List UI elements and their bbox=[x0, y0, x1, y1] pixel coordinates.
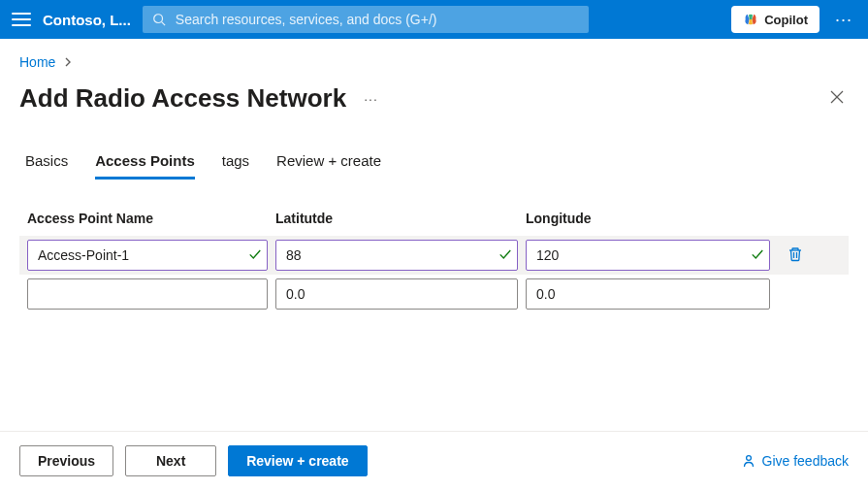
top-bar: Contoso, L... Copilot ··· bbox=[0, 0, 868, 39]
latitude-input[interactable] bbox=[275, 278, 518, 310]
next-button[interactable]: Next bbox=[125, 445, 216, 476]
hamburger-menu-icon[interactable] bbox=[12, 13, 31, 26]
svg-point-0 bbox=[154, 15, 163, 23]
cell-lon bbox=[526, 278, 770, 310]
cell-name bbox=[27, 278, 268, 310]
wizard-footer: Previous Next Review + create Give feedb… bbox=[0, 431, 868, 490]
global-search[interactable] bbox=[143, 6, 589, 33]
page-content: Home Add Radio Access Network ··· Basics… bbox=[0, 39, 868, 431]
chevron-right-icon bbox=[63, 54, 73, 70]
give-feedback-link[interactable]: Give feedback bbox=[741, 453, 850, 469]
previous-button[interactable]: Previous bbox=[19, 445, 113, 476]
page-commands-overflow-icon[interactable]: ··· bbox=[364, 91, 378, 107]
svg-line-1 bbox=[161, 22, 165, 26]
table-row bbox=[19, 275, 849, 313]
cell-lon bbox=[526, 240, 770, 271]
tab-review-create[interactable]: Review + create bbox=[276, 152, 381, 180]
col-header-lat: Latitutde bbox=[275, 211, 518, 226]
longitude-input[interactable] bbox=[526, 278, 770, 310]
tab-access-points[interactable]: Access Points bbox=[95, 152, 195, 180]
close-icon bbox=[829, 89, 845, 105]
checkmark-icon bbox=[498, 247, 512, 264]
copilot-label: Copilot bbox=[764, 13, 808, 27]
cell-lat bbox=[275, 240, 518, 271]
tenant-switcher[interactable]: Contoso, L... bbox=[43, 12, 131, 28]
svg-point-6 bbox=[746, 456, 751, 461]
close-blade-button[interactable] bbox=[825, 85, 849, 112]
checkmark-icon bbox=[248, 247, 262, 264]
checkmark-icon bbox=[751, 247, 764, 264]
col-header-lon: Longitude bbox=[526, 211, 770, 226]
feedback-icon bbox=[741, 453, 756, 469]
cell-name bbox=[27, 240, 268, 271]
tab-basics[interactable]: Basics bbox=[25, 152, 68, 180]
latitude-input[interactable] bbox=[275, 240, 518, 271]
tab-tags[interactable]: tags bbox=[222, 152, 249, 180]
form-tabs: Basics Access Points tags Review + creat… bbox=[25, 152, 849, 180]
access-point-name-input[interactable] bbox=[27, 278, 268, 310]
breadcrumb: Home bbox=[19, 54, 849, 70]
longitude-input[interactable] bbox=[526, 240, 770, 271]
copilot-icon bbox=[743, 12, 758, 27]
copilot-button[interactable]: Copilot bbox=[731, 6, 820, 33]
table-header-row: Access Point Name Latitutde Longitude bbox=[19, 207, 849, 230]
col-header-name: Access Point Name bbox=[27, 211, 268, 226]
global-search-input[interactable] bbox=[174, 11, 579, 28]
trash-icon bbox=[788, 246, 803, 262]
search-icon bbox=[152, 13, 166, 26]
access-points-table: Access Point Name Latitutde Longitude bbox=[19, 207, 849, 313]
review-create-button[interactable]: Review + create bbox=[228, 445, 367, 476]
table-row bbox=[19, 236, 849, 275]
cell-lat bbox=[275, 278, 518, 310]
give-feedback-label: Give feedback bbox=[762, 453, 850, 469]
delete-row-button[interactable] bbox=[788, 246, 803, 265]
topbar-overflow-icon[interactable]: ··· bbox=[831, 10, 856, 30]
page-title: Add Radio Access Network bbox=[19, 83, 346, 114]
title-row: Add Radio Access Network ··· bbox=[19, 83, 849, 114]
breadcrumb-home[interactable]: Home bbox=[19, 54, 55, 70]
access-point-name-input[interactable] bbox=[27, 240, 268, 271]
